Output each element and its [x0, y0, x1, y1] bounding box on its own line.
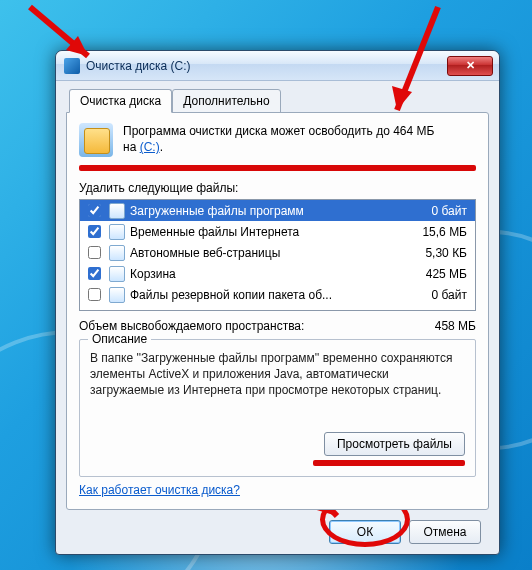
tab-content: Программа очистки диска может освободить… — [66, 112, 489, 510]
file-checkbox[interactable] — [88, 267, 101, 280]
description-heading: Описание — [88, 332, 151, 346]
total-value: 458 МБ — [435, 319, 476, 333]
cancel-button[interactable]: Отмена — [409, 520, 481, 544]
file-icon — [109, 287, 125, 303]
close-icon: ✕ — [466, 59, 475, 72]
drive-link[interactable]: (C:) — [140, 140, 160, 154]
file-icon — [109, 224, 125, 240]
window-title: Очистка диска (C:) — [86, 59, 447, 73]
file-checkbox[interactable] — [88, 225, 101, 238]
delete-files-label: Удалить следующие файлы: — [79, 181, 476, 195]
client-area: Очистка диска Дополнительно Программа оч… — [56, 81, 499, 554]
info-text: Программа очистки диска может освободить… — [123, 123, 434, 155]
tab-more-options[interactable]: Дополнительно — [172, 89, 280, 113]
list-item[interactable]: Автономные веб-страницы 5,30 КБ — [80, 242, 475, 263]
description-group: Описание В папке ''Загруженные файлы про… — [79, 339, 476, 477]
file-icon — [109, 266, 125, 282]
list-item[interactable]: Загруженные файлы программ 0 байт — [80, 200, 475, 221]
annotation-underline-viewfiles — [313, 460, 465, 466]
tab-cleanup[interactable]: Очистка диска — [69, 89, 172, 113]
disk-cleanup-icon — [64, 58, 80, 74]
file-checkbox[interactable] — [88, 204, 101, 217]
close-button[interactable]: ✕ — [447, 56, 493, 76]
files-list[interactable]: Загруженные файлы программ 0 байт Времен… — [79, 199, 476, 311]
drive-icon — [79, 123, 113, 157]
view-files-button[interactable]: Просмотреть файлы — [324, 432, 465, 456]
annotation-underline-info — [79, 165, 476, 171]
titlebar[interactable]: Очистка диска (C:) ✕ — [56, 51, 499, 81]
total-label: Объем высвобождаемого пространства: — [79, 319, 304, 333]
file-checkbox[interactable] — [88, 288, 101, 301]
disk-cleanup-window: Очистка диска (C:) ✕ Очистка диска Допол… — [55, 50, 500, 555]
dialog-buttons: ОК Отмена — [66, 510, 489, 544]
list-item[interactable]: Временные файлы Интернета 15,6 МБ — [80, 221, 475, 242]
file-icon — [109, 245, 125, 261]
description-text: В папке ''Загруженные файлы программ'' в… — [90, 350, 465, 424]
help-link[interactable]: Как работает очистка диска? — [79, 483, 240, 497]
file-icon — [109, 203, 125, 219]
file-checkbox[interactable] — [88, 246, 101, 259]
list-item[interactable]: Корзина 425 МБ — [80, 263, 475, 284]
ok-button[interactable]: ОК — [329, 520, 401, 544]
list-item[interactable]: Файлы резервной копии пакета об... 0 бай… — [80, 284, 475, 305]
